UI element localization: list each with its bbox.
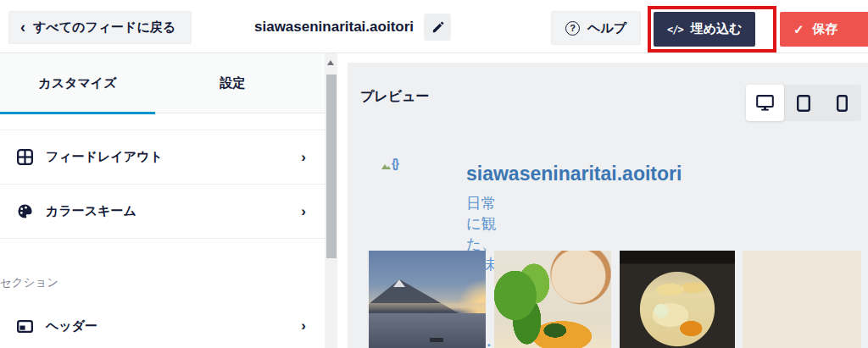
- rename-feed-button[interactable]: [424, 14, 451, 41]
- feed-preview-panel: プレビュー {} siawaseninaritai.aoi: [348, 63, 868, 348]
- sidebar-item-label: カラースキーム: [46, 203, 136, 219]
- tablet-icon: [797, 95, 810, 112]
- save-button[interactable]: ✓ 保存: [780, 12, 868, 47]
- broken-image-mountain-glyph: [381, 162, 391, 169]
- embed-button[interactable]: </> 埋め込む: [654, 12, 755, 47]
- sidebar-tab-bar: カスタマイズ 設定: [0, 53, 325, 113]
- sidebar-item-header[interactable]: ヘッダー ›: [0, 304, 325, 348]
- scrollbar-thumb[interactable]: [326, 75, 337, 258]
- question-circle-icon: ?: [565, 21, 580, 36]
- preview-label: プレビュー: [360, 88, 430, 106]
- chevron-left-icon: ‹: [20, 19, 25, 35]
- tab-customize[interactable]: カスタマイズ: [0, 53, 155, 113]
- sidebar-scrollbar[interactable]: [325, 53, 337, 348]
- desktop-monitor-icon: [756, 95, 774, 111]
- code-brackets-icon: </>: [667, 24, 683, 36]
- chevron-right-icon: ›: [301, 203, 306, 220]
- sidebar-item-color-scheme[interactable]: カラースキーム ›: [0, 185, 325, 239]
- panel-gutter: [337, 53, 348, 348]
- mobile-preview-button[interactable]: [823, 85, 861, 121]
- feed-post-image-steak-plate[interactable]: [743, 251, 861, 348]
- embed-button-label: 埋め込む: [691, 21, 743, 37]
- device-toggle-group: [746, 85, 861, 121]
- back-to-all-feeds-button[interactable]: ‹ すべてのフィードに戻る: [8, 11, 192, 44]
- chevron-right-icon: ›: [301, 318, 306, 334]
- sections-heading: セクション: [0, 275, 58, 290]
- boat: [430, 338, 443, 342]
- feed-post-image-soup-pot[interactable]: [620, 251, 735, 348]
- customizer-sidebar: カスタマイズ 設定 フィードレイアウト › カラースキーム › セクション ヘッ…: [0, 53, 325, 348]
- mobile-phone-icon: [837, 95, 848, 112]
- sidebar-item-label: フィードレイアウト: [46, 149, 163, 165]
- haze-band: [369, 303, 486, 312]
- tablet-preview-button[interactable]: [784, 85, 822, 121]
- feed-post-image-mount-fuji[interactable]: [369, 251, 486, 348]
- help-button[interactable]: ? ヘルプ: [551, 11, 641, 45]
- feed-name-title: siawaseninaritai.aoitori: [254, 19, 414, 36]
- feed-post-image-vegetable-dish[interactable]: [494, 251, 611, 348]
- color-palette-icon: [17, 203, 33, 219]
- checkmark-icon: ✓: [793, 22, 804, 37]
- feed-account-title: siawaseninaritai.aoitori: [466, 163, 682, 185]
- tab-settings[interactable]: 設定: [155, 53, 310, 113]
- feed-name-group: siawaseninaritai.aoitori: [254, 14, 451, 41]
- broken-image-icon: {}: [381, 154, 402, 169]
- header-screen-icon: [17, 318, 33, 334]
- lake-water: [369, 313, 486, 348]
- chevron-right-icon: ›: [301, 149, 306, 166]
- help-button-label: ヘルプ: [587, 20, 626, 36]
- save-button-label: 保存: [813, 21, 838, 37]
- top-toolbar: ‹ すべてのフィードに戻る siawaseninaritai.aoitori ?…: [0, 0, 868, 53]
- scrollbar-up-arrow-icon[interactable]: [327, 60, 334, 65]
- sidebar-item-feed-layout[interactable]: フィードレイアウト ›: [0, 130, 325, 185]
- sidebar-item-label: ヘッダー: [46, 318, 97, 334]
- pencil-icon: [431, 21, 444, 34]
- back-button-label: すべてのフィードに戻る: [33, 19, 175, 36]
- feed-layout-grid-icon: [17, 149, 33, 165]
- desktop-preview-button[interactable]: [746, 85, 784, 121]
